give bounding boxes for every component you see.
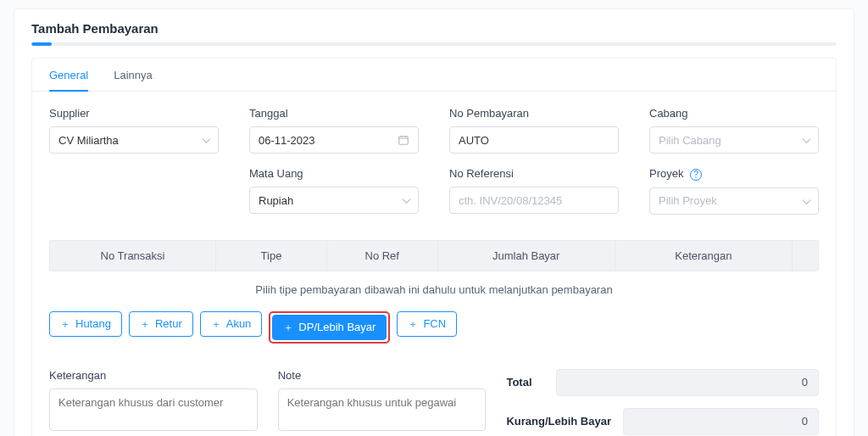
add-fcn-button[interactable]: ＋FCN — [397, 311, 457, 337]
plus-icon: ＋ — [283, 322, 293, 333]
label-kurang-lebih: Kurang/Lebih Bayar — [506, 415, 611, 428]
add-hutang-button[interactable]: ＋Hutang — [49, 311, 122, 337]
progress-bar — [31, 42, 837, 46]
plus-icon: ＋ — [211, 319, 221, 329]
col-keterangan: Keterangan — [615, 241, 793, 271]
label-tanggal: Tanggal — [249, 107, 419, 120]
proyek-select[interactable]: Pilih Proyek — [649, 187, 819, 215]
label-note: Note — [278, 369, 487, 382]
cabang-select[interactable]: Pilih Cabang — [649, 126, 819, 154]
table-empty-text: Pilih tipe pembayaran dibawah ini dahulu… — [49, 271, 819, 311]
highlight-ring: ＋DP/Lebih Bayar — [269, 311, 390, 344]
svg-rect-0 — [399, 137, 409, 144]
total-value: 0 — [556, 369, 819, 396]
plus-icon: ＋ — [408, 319, 418, 329]
no-pembayaran-input[interactable]: AUTO — [449, 126, 619, 154]
plus-icon: ＋ — [140, 319, 150, 329]
tab-general[interactable]: General — [49, 59, 88, 92]
add-retur-button[interactable]: ＋Retur — [129, 311, 193, 337]
col-jumlah-bayar: Jumlah Bayar — [438, 241, 615, 271]
calendar-icon — [398, 134, 409, 146]
label-total: Total — [506, 376, 531, 388]
label-no-referensi: No Referensi — [449, 167, 619, 180]
supplier-select[interactable]: CV Miliartha — [49, 126, 219, 154]
label-proyek: Proyek ? — [649, 167, 819, 181]
tabs: General Lainnya — [32, 59, 836, 92]
label-supplier: Supplier — [49, 107, 219, 120]
keterangan-textarea[interactable] — [49, 388, 258, 431]
page-title: Tambah Pembayaran — [31, 21, 837, 36]
label-cabang: Cabang — [649, 107, 819, 120]
note-textarea[interactable] — [278, 388, 487, 431]
mata-uang-select[interactable]: Rupiah — [249, 187, 419, 214]
add-dp-button[interactable]: ＋DP/Lebih Bayar — [272, 315, 387, 340]
help-icon[interactable]: ? — [690, 169, 702, 181]
table-header: No Transaksi Tipe No Ref Jumlah Bayar Ke… — [49, 240, 819, 271]
tab-others[interactable]: Lainnya — [114, 59, 153, 92]
label-mata-uang: Mata Uang — [249, 167, 419, 180]
col-no-ref: No Ref — [327, 241, 438, 271]
date-input[interactable]: 06-11-2023 — [249, 126, 419, 154]
kurang-lebih-value: 0 — [623, 408, 819, 435]
col-no-transaksi: No Transaksi — [50, 241, 216, 271]
label-no-pembayaran: No Pembayaran — [449, 107, 619, 120]
plus-icon: ＋ — [60, 319, 70, 329]
col-tipe: Tipe — [216, 241, 327, 271]
no-referensi-input[interactable]: cth. INV/20/08/12345 — [449, 187, 619, 214]
add-akun-button[interactable]: ＋Akun — [200, 311, 263, 337]
label-keterangan: Keterangan — [49, 369, 258, 382]
